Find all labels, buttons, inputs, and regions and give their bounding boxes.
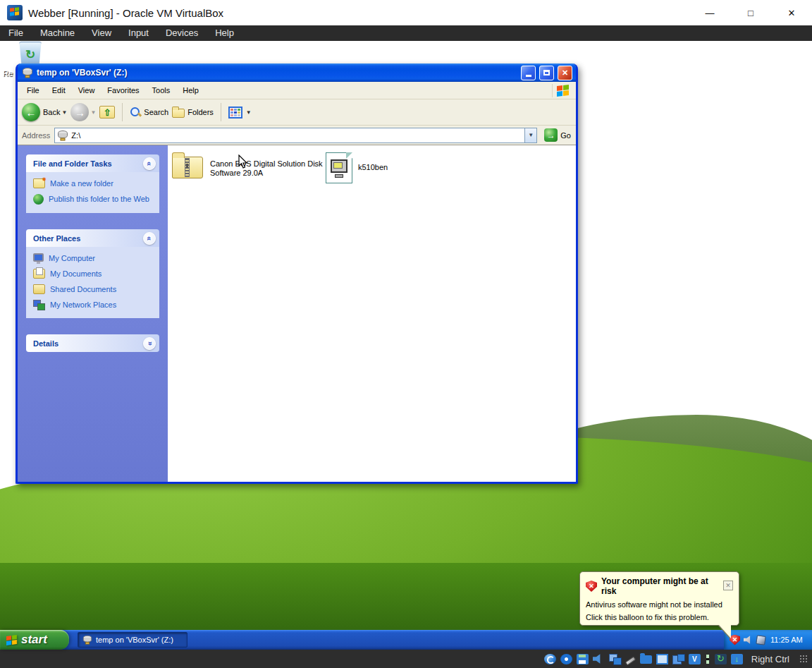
my-computer-label: My Computer xyxy=(49,254,95,263)
audio-status-icon[interactable] xyxy=(593,654,605,664)
minimize-button[interactable] xyxy=(521,66,536,80)
vbox-statusbar: V ↻ ↓ Right Ctrl xyxy=(0,650,812,668)
zip-folder-icon xyxy=(172,152,204,179)
virtualbox-window: Webber [Running] - Oracle VM VirtualBox … xyxy=(0,0,812,668)
start-button[interactable]: start xyxy=(0,630,69,650)
balloon-close-icon[interactable]: ✕ xyxy=(723,581,733,590)
usb-status-icon[interactable] xyxy=(625,656,636,666)
balloon-line2: Click this balloon to fix this problem. xyxy=(586,613,733,621)
network-drive-icon xyxy=(82,635,92,645)
vbox-app-icon xyxy=(7,5,23,20)
search-button[interactable]: Search xyxy=(130,107,168,118)
vbox-guest-tray-icon[interactable] xyxy=(756,635,766,645)
back-button[interactable]: ← Back ▼ xyxy=(22,103,67,121)
vbox-menu-view[interactable]: View xyxy=(83,25,120,41)
shared-folders-status-icon[interactable] xyxy=(640,655,652,664)
my-documents-icon xyxy=(33,269,45,279)
file-tile-k510ben[interactable]: k510ben xyxy=(324,151,478,185)
file-tasks-title: File and Folder Tasks xyxy=(33,159,112,168)
vbox-maximize-button[interactable]: □ xyxy=(730,0,771,25)
vbox-close-button[interactable]: ✕ xyxy=(771,0,812,25)
optical-disk-status-icon[interactable] xyxy=(560,654,572,664)
shared-documents-icon xyxy=(33,284,45,294)
views-dropdown-caret: ▼ xyxy=(246,109,252,116)
cloud xyxy=(620,323,812,415)
address-dropdown-button[interactable]: ▼ xyxy=(524,128,536,142)
network-drive-icon xyxy=(57,130,68,141)
floppy-status-icon[interactable] xyxy=(577,654,589,664)
mouse-cursor xyxy=(238,154,248,172)
maximize-button[interactable] xyxy=(539,66,554,80)
host-key-label: Right Ctrl xyxy=(751,654,789,664)
explorer-task-pane: File and Folder Tasks « Make a new folde… xyxy=(18,145,168,482)
expand-chevron-icon[interactable]: « xyxy=(143,337,156,350)
address-value: Z:\ xyxy=(71,131,522,140)
details-title: Details xyxy=(33,339,59,348)
collapse-chevron-icon[interactable]: « xyxy=(143,232,156,245)
windows-logo-icon xyxy=(552,84,573,97)
forward-button[interactable]: → ▼ xyxy=(70,103,96,121)
menu-help[interactable]: Help xyxy=(176,82,205,99)
recording-status-icon[interactable] xyxy=(672,654,684,664)
new-folder-icon xyxy=(33,178,45,188)
publish-folder-label: Publish this folder to the Web xyxy=(49,195,149,204)
vbox-titlebar: Webber [Running] - Oracle VM VirtualBox … xyxy=(0,0,812,25)
my-network-places-link[interactable]: My Network Places xyxy=(33,300,155,310)
close-button[interactable]: ✕ xyxy=(558,66,572,80)
vbox-menu-help[interactable]: Help xyxy=(207,25,242,41)
other-places-panel: Other Places « My Computer My Documents xyxy=(26,229,159,318)
menu-favorites[interactable]: Favorites xyxy=(101,82,145,99)
vbox-menu-devices[interactable]: Devices xyxy=(157,25,207,41)
make-new-folder-link[interactable]: Make a new folder xyxy=(33,179,155,188)
hard-disk-status-icon[interactable] xyxy=(544,654,556,664)
vbox-menu-machine[interactable]: Machine xyxy=(32,25,83,41)
my-documents-label: My Documents xyxy=(50,269,102,279)
security-balloon[interactable]: ✕ Your computer might be at risk ✕ Antiv… xyxy=(579,571,739,626)
publish-folder-link[interactable]: Publish this folder to the Web xyxy=(33,195,155,205)
windows-flag-icon xyxy=(6,634,17,645)
search-icon xyxy=(130,107,141,118)
views-button[interactable]: ▼ xyxy=(228,107,252,119)
menu-tools[interactable]: Tools xyxy=(146,82,177,99)
details-panel-header[interactable]: Details « xyxy=(26,334,159,352)
vbox-minimize-button[interactable]: — xyxy=(689,0,730,25)
resize-grip[interactable] xyxy=(799,655,808,663)
folders-button[interactable]: Folders xyxy=(172,107,214,118)
address-input[interactable]: Z:\ ▼ xyxy=(54,128,537,143)
forward-dropdown-caret[interactable]: ▼ xyxy=(90,109,96,116)
explorer-addressbar: Address Z:\ ▼ → Go xyxy=(18,126,576,145)
menu-view[interactable]: View xyxy=(72,82,102,99)
explorer-titlebar[interactable]: temp on 'VBoxSvr' (Z:) ✕ xyxy=(18,63,576,82)
indicator-bar xyxy=(706,655,709,664)
shared-documents-link[interactable]: Shared Documents xyxy=(33,285,155,294)
other-places-panel-header[interactable]: Other Places « xyxy=(26,229,159,247)
up-button[interactable]: ⇧ xyxy=(99,106,115,119)
my-network-places-label: My Network Places xyxy=(50,300,116,310)
features-status-icon[interactable]: V xyxy=(689,654,701,664)
my-network-places-icon xyxy=(33,300,45,310)
back-dropdown-caret[interactable]: ▼ xyxy=(61,109,67,116)
network-status-icon[interactable] xyxy=(609,654,621,664)
taskbar-clock: 11:25 AM xyxy=(770,636,803,644)
taskbar-task-explorer[interactable]: temp on 'VBoxSvr' (Z:) xyxy=(78,632,187,648)
go-label: Go xyxy=(560,131,571,140)
balloon-tail xyxy=(719,625,731,638)
details-panel: Details « xyxy=(26,334,159,352)
explorer-menubar: File Edit View Favorites Tools Help xyxy=(18,82,576,99)
my-computer-link[interactable]: My Computer xyxy=(33,254,155,263)
shared-documents-label: Shared Documents xyxy=(50,285,116,294)
vbox-menu-file[interactable]: File xyxy=(0,25,32,41)
menu-file[interactable]: File xyxy=(20,82,46,99)
volume-tray-icon[interactable] xyxy=(744,636,753,645)
my-documents-link[interactable]: My Documents xyxy=(33,269,155,279)
display-status-icon[interactable] xyxy=(656,654,668,664)
vbox-menu-input[interactable]: Input xyxy=(120,25,157,41)
keyboard-capture-icon[interactable]: ↓ xyxy=(731,654,743,664)
cloud xyxy=(606,182,812,316)
collapse-chevron-icon[interactable]: « xyxy=(143,157,156,170)
go-button[interactable]: → Go xyxy=(541,128,574,142)
menu-edit[interactable]: Edit xyxy=(46,82,72,99)
mouse-integration-icon[interactable]: ↻ xyxy=(715,654,727,664)
security-alert-tray-icon[interactable]: ✕ xyxy=(730,635,740,645)
file-tasks-panel-header[interactable]: File and Folder Tasks « xyxy=(26,154,159,172)
